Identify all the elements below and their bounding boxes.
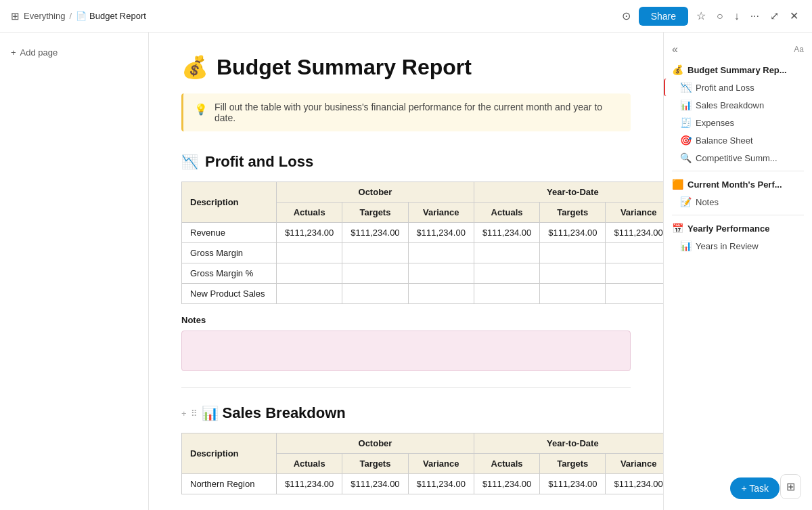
variance-oct: Variance (408, 203, 474, 223)
everything-link[interactable]: Everything (24, 11, 65, 21)
variance-ytd-sb: Variance (606, 454, 663, 474)
profit-loss-section-title: 📉 Profit and Loss (181, 153, 631, 171)
cell[interactable] (277, 263, 342, 284)
cell[interactable] (342, 284, 408, 304)
breadcrumb: ⊞ Everything / 📄 Budget Report (11, 10, 146, 22)
cell[interactable] (606, 263, 663, 284)
variance-oct-sb: Variance (408, 454, 474, 474)
sidebar-item-balance-sheet[interactable]: 🎯 Balance Sheet (664, 131, 812, 149)
share-button[interactable]: Share (639, 7, 688, 26)
cell[interactable]: $111,234.00 (606, 223, 663, 243)
row-desc: Gross Margin (182, 243, 277, 263)
sales-breakdown-sidebar-icon: 📊 (680, 100, 692, 110)
ytd-header: Year-to-Date (474, 182, 663, 203)
cell[interactable] (277, 243, 342, 263)
sidebar-right-header: « Aa (664, 41, 812, 61)
table-row: Revenue $111,234.00 $111,234.00 $111,234… (182, 223, 664, 243)
row-desc-sb: Northern Region (182, 474, 277, 494)
sidebar-item-label: Sales Breakdown (696, 100, 764, 110)
cell[interactable] (606, 243, 663, 263)
collapse-sidebar-button[interactable]: « (672, 43, 678, 56)
sidebar-item-expenses[interactable]: 🧾 Expenses (664, 114, 812, 131)
cell[interactable] (342, 243, 408, 263)
desc-header: Description (182, 182, 277, 223)
cell[interactable]: $111,234.00 (277, 474, 342, 494)
sidebar-item-sales-breakdown[interactable]: 📊 Sales Breakdown (664, 96, 812, 114)
sidebar-item-current-month[interactable]: 🟧 Current Month's Perf... (664, 175, 812, 193)
cell[interactable] (540, 263, 606, 284)
add-page-button[interactable]: + Add page (0, 43, 148, 62)
page-title: Budget Summary Report (217, 55, 472, 80)
left-sidebar: + Add page (0, 33, 149, 510)
cell[interactable]: $111,234.00 (342, 223, 408, 243)
row-desc: New Product Sales (182, 284, 277, 304)
cell[interactable] (408, 284, 474, 304)
sidebar-item-label: Current Month's Perf... (687, 179, 782, 190)
cell[interactable] (606, 284, 663, 304)
close-button[interactable]: ✕ (787, 7, 801, 25)
history-button[interactable]: ⊙ (619, 7, 633, 25)
page-title-row: 💰 Budget Summary Report (181, 54, 631, 80)
cell[interactable]: $111,234.00 (606, 474, 663, 494)
content-area: 💰 Budget Summary Report 💡 Fill out the t… (149, 33, 663, 510)
text-style-button[interactable]: Aa (794, 45, 804, 54)
sidebar-item-profit-loss[interactable]: 📉 Profit and Loss (664, 79, 812, 96)
cell[interactable] (540, 243, 606, 263)
expand-button[interactable]: ⤢ (767, 7, 782, 25)
sidebar-item-competitive[interactable]: 🔍 Competitive Summ... (664, 149, 812, 167)
cell[interactable] (474, 243, 539, 263)
cell[interactable]: $111,234.00 (342, 474, 408, 494)
cell[interactable]: $111,234.00 (408, 474, 474, 494)
export-button[interactable]: ↓ (731, 7, 742, 25)
desc-header-sb: Description (182, 433, 277, 474)
cell[interactable] (540, 284, 606, 304)
table-row: New Product Sales (182, 284, 664, 304)
cell[interactable] (474, 263, 539, 284)
table-row: Gross Margin % (182, 263, 664, 284)
add-section-icon[interactable]: + (181, 408, 187, 419)
sidebar-item-years-review[interactable]: 📊 Years in Review (664, 237, 812, 255)
targets-ytd-sb: Targets (540, 454, 606, 474)
cell[interactable] (408, 243, 474, 263)
info-text: Fill out the table with your business's … (215, 102, 620, 123)
drag-icon[interactable]: ⠿ (191, 408, 198, 419)
task-button[interactable]: + Task (730, 477, 780, 499)
cell[interactable] (408, 263, 474, 284)
october-header-sb: October (277, 433, 474, 454)
page-title-icon: 💰 (181, 54, 208, 80)
topbar: ⊞ Everything / 📄 Budget Report ⊙ Share ☆… (0, 0, 812, 33)
cell[interactable]: $111,234.00 (474, 223, 539, 243)
sidebar-item-label: Years in Review (696, 241, 759, 251)
sales-breakdown-title: Sales Breakdown (223, 404, 346, 422)
cell[interactable]: $111,234.00 (277, 223, 342, 243)
sidebar-divider (672, 171, 804, 171)
ytd-header-sb: Year-to-Date (474, 433, 663, 454)
table-row: Gross Margin (182, 243, 664, 263)
notes-input[interactable] (181, 331, 631, 371)
cell[interactable] (277, 284, 342, 304)
more-button[interactable]: ··· (748, 7, 762, 25)
sidebar-item-label: Yearly Performance (687, 224, 769, 234)
search-button[interactable]: ○ (714, 7, 726, 25)
sales-breakdown-icon: 📊 (202, 405, 219, 421)
grid-view-button[interactable]: ⊞ (780, 474, 801, 499)
sidebar-item-yearly[interactable]: 📅 Yearly Performance (664, 219, 812, 237)
cell[interactable]: $111,234.00 (408, 223, 474, 243)
breadcrumb-separator: / (69, 11, 72, 21)
budget-summary-icon: 💰 (672, 64, 683, 75)
actuals-oct-sb: Actuals (277, 454, 342, 474)
sidebar-item-notes[interactable]: 📝 Notes (664, 193, 812, 211)
cell[interactable] (474, 284, 539, 304)
targets-ytd: Targets (540, 203, 606, 223)
cell[interactable]: $111,234.00 (540, 474, 606, 494)
sidebar-item-budget-summary[interactable]: 💰 Budget Summary Rep... (664, 61, 812, 79)
star-button[interactable]: ☆ (694, 7, 708, 25)
table-row: Northern Region $111,234.00 $111,234.00 … (182, 474, 664, 494)
info-icon: 💡 (194, 103, 208, 116)
cell[interactable] (342, 263, 408, 284)
october-header: October (277, 182, 474, 203)
cell[interactable]: $111,234.00 (540, 223, 606, 243)
cell[interactable]: $111,234.00 (474, 474, 539, 494)
row-desc: Revenue (182, 223, 277, 243)
balance-sheet-icon: 🎯 (680, 135, 692, 146)
